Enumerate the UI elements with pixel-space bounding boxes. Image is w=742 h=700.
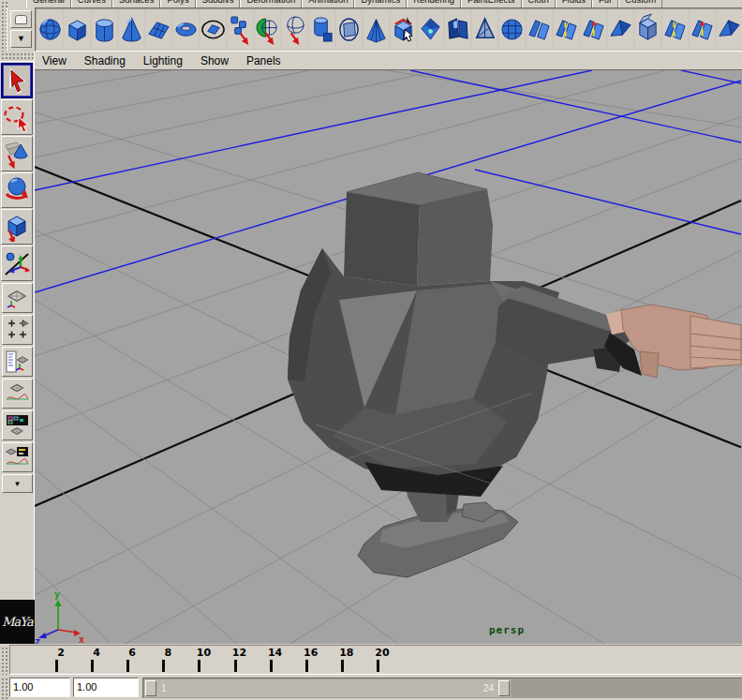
lasso-select-tool-button[interactable] (1, 99, 33, 135)
range-end-handle[interactable] (498, 680, 510, 696)
range-slider-trough[interactable]: 1 24 (142, 678, 742, 698)
range-start-label: 1 (157, 683, 171, 693)
shelf-tab-fur[interactable]: Fur (592, 0, 618, 7)
frame-label-16: 16 (304, 647, 318, 659)
shelf-tab-strip: GeneralCurvesSurfacesPolysSubdivsDeforma… (0, 0, 742, 7)
panel-menu-panels[interactable]: Panels (245, 53, 283, 68)
svg-text:x: x (79, 634, 84, 644)
layouts-dropdown-button[interactable]: ▼ (2, 474, 33, 493)
camera-name-label: persp (489, 624, 525, 636)
poly-bevel-icon[interactable] (717, 10, 742, 49)
outliner-persp-layout-button[interactable] (2, 347, 33, 377)
poly-diamond-icon[interactable] (418, 10, 443, 49)
time-slider-ruler[interactable]: 2468101214161820 (9, 645, 742, 675)
shelf-tab-general[interactable]: General (26, 0, 71, 7)
show-manipulator-tool-button[interactable] (1, 246, 33, 281)
time-slider-drag-handle[interactable] (0, 646, 8, 675)
animation-start-field[interactable]: 1.00 (73, 678, 139, 697)
frame-tick-4 (91, 660, 94, 672)
dropdown-arrow-icon: ▼ (14, 480, 22, 488)
poly-merge-icon[interactable] (581, 10, 606, 49)
wire-triangle-icon[interactable] (472, 10, 497, 49)
quad-sphere-icon[interactable] (499, 10, 525, 49)
shelf-tab-polys[interactable]: Polys (160, 0, 195, 7)
toolbox-drag-handle[interactable] (0, 52, 34, 62)
four-pane-layout-button[interactable] (2, 315, 33, 345)
frame-label-2: 2 (57, 647, 65, 659)
poly-select-component-icon[interactable] (391, 10, 416, 49)
playback-range-bar[interactable]: 1 24 (144, 679, 511, 697)
nurbs-circle-icon[interactable] (200, 10, 226, 49)
scale-tool-button[interactable] (1, 209, 33, 245)
text-cylinder-icon[interactable] (309, 10, 334, 49)
shelf-tab-fluids[interactable]: Fluids (556, 0, 592, 7)
viewport-canvas[interactable]: y z x (35, 70, 742, 644)
panel-menu-view[interactable]: View (40, 53, 68, 68)
revolve-surface-icon[interactable] (255, 10, 280, 49)
single-pane-layout-button[interactable] (2, 283, 33, 313)
shelf-menu-dropdown-button[interactable]: ▼ (10, 30, 32, 48)
playback-start-field[interactable]: 1.00 (9, 678, 70, 697)
panel-menubar: ViewShadingLightingShowPanels (35, 52, 742, 70)
frame-tick-12 (234, 660, 237, 672)
range-start-handle[interactable] (145, 680, 156, 696)
range-slider-drag-handle[interactable] (0, 677, 8, 699)
dark-polygons-icon[interactable] (445, 10, 470, 49)
shelf-tab-menu-button[interactable] (10, 10, 32, 28)
shelf-tab-animation[interactable]: Animation (302, 0, 354, 7)
shelf-tab-curves[interactable]: Curves (71, 0, 112, 7)
frame-tick-10 (198, 660, 200, 672)
shelf-drag-handle[interactable] (0, 7, 7, 52)
duplicate-squares-icon[interactable] (228, 10, 253, 49)
frame-tick-16 (305, 660, 308, 672)
panel-menu-shading[interactable]: Shading (82, 53, 127, 68)
frame-tick-8 (162, 660, 165, 672)
nurbs-cone-icon[interactable] (119, 10, 144, 49)
nurbs-sphere-icon[interactable] (37, 10, 63, 49)
persp-hypershade-layout-button[interactable] (2, 442, 33, 472)
viewport-3d[interactable]: y z x persp (35, 70, 742, 644)
shelf-tab-painteffects[interactable]: PaintEffects (461, 0, 522, 7)
poly-sew-icon[interactable] (690, 10, 715, 49)
dropdown-arrow-icon: ▼ (17, 35, 25, 43)
maya-application-window: GeneralCurvesSurfacesPolysSubdivsDeforma… (0, 0, 742, 700)
wire-ellipse-icon[interactable] (336, 10, 362, 49)
nurbs-cube-icon[interactable] (65, 10, 90, 49)
move-tool-button[interactable] (1, 136, 33, 171)
shelf-tab-deformation[interactable]: Deformation (240, 0, 302, 7)
range-end-label: 24 (480, 683, 497, 693)
poly-split-icon[interactable] (554, 10, 579, 49)
shelf: ▼ (0, 7, 742, 52)
shelf-tab-grip[interactable] (0, 0, 7, 7)
nurbs-cylinder-icon[interactable] (92, 10, 117, 49)
shelf-tab-icon (15, 15, 27, 24)
shelf-tab-surfaces[interactable]: Surfaces (112, 0, 161, 7)
frame-label-20: 20 (375, 647, 389, 659)
frame-label-6: 6 (128, 647, 136, 659)
shelf-tab-dynamics[interactable]: Dynamics (354, 0, 407, 7)
select-tool-button[interactable] (1, 63, 33, 98)
panel-menu-lighting[interactable]: Lighting (141, 53, 185, 68)
svg-text:z: z (35, 636, 40, 644)
rotate-tool-button[interactable] (1, 172, 33, 208)
shelf-tab-custom[interactable]: Custom (618, 0, 662, 7)
triangle-pair-icon[interactable] (608, 10, 633, 49)
shelf-tab-subdivs[interactable]: Subdivs (196, 0, 241, 7)
panel-menu-show[interactable]: Show (199, 53, 230, 68)
glass-cube-icon[interactable] (635, 10, 660, 49)
poly-sheets-icon[interactable] (527, 10, 552, 49)
frame-label-8: 8 (164, 647, 171, 659)
frame-label-18: 18 (339, 647, 353, 659)
shelf-tab-rendering[interactable]: Rendering (407, 0, 461, 7)
nurbs-plane-icon[interactable] (146, 10, 171, 49)
nurbs-torus-icon[interactable] (173, 10, 199, 49)
hypergraph-persp-layout-button[interactable] (2, 410, 33, 440)
frame-tick-18 (341, 660, 344, 672)
triangle-fan-icon[interactable] (364, 10, 389, 49)
persp-graph-layout-button[interactable] (2, 379, 33, 409)
poly-extrude-icon[interactable] (662, 10, 688, 49)
maya-logo: MaYa (0, 600, 35, 644)
shelf-tab-cloth[interactable]: Cloth (522, 0, 556, 7)
wire-sphere-project-icon[interactable] (282, 10, 307, 49)
frame-label-4: 4 (93, 647, 100, 659)
